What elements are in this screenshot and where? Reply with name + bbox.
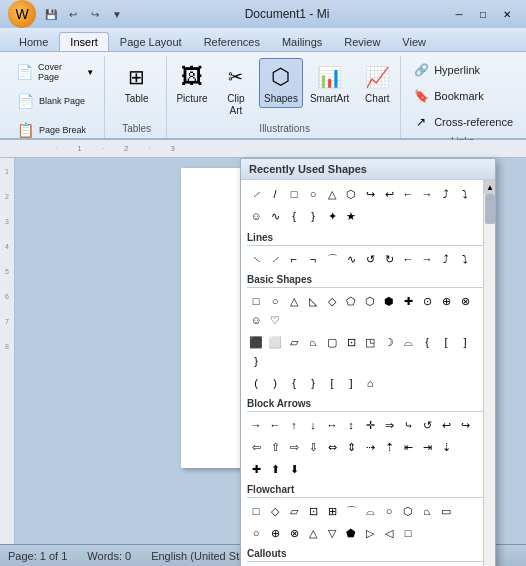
bs-brace3[interactable]: } <box>304 374 322 392</box>
close-button[interactable]: ✕ <box>496 5 518 23</box>
ba2-4[interactable]: ⇩ <box>304 438 322 456</box>
minimize-button[interactable]: ─ <box>448 5 470 23</box>
bs-bracket-r[interactable]: ] <box>456 333 474 351</box>
bs-cyl[interactable]: ⬜ <box>266 333 284 351</box>
ba-ud[interactable]: ↕ <box>342 416 360 434</box>
fc-multi-doc[interactable]: ⌓ <box>361 502 379 520</box>
line-curve1[interactable]: ↺ <box>361 250 379 268</box>
bs-donut[interactable]: ⊕ <box>437 292 455 310</box>
shape-arrow-l[interactable]: ↩ <box>380 185 398 203</box>
line-diag[interactable]: ⟋ <box>266 250 284 268</box>
bs-circle[interactable]: ⊙ <box>418 292 436 310</box>
bs-brace2[interactable]: { <box>285 374 303 392</box>
bs-folded[interactable]: ◳ <box>361 333 379 351</box>
bs-block-arc[interactable]: ⌓ <box>399 333 417 351</box>
tab-mailings[interactable]: Mailings <box>271 32 333 51</box>
line-straight[interactable]: ⟍ <box>247 250 265 268</box>
ba-lr[interactable]: ↔ <box>323 416 341 434</box>
fc-process[interactable]: □ <box>247 502 265 520</box>
scroll-thumb[interactable] <box>485 194 495 224</box>
fc2-9[interactable]: □ <box>399 524 417 542</box>
shape-rect[interactable]: □ <box>285 185 303 203</box>
line-arrow3[interactable]: ⤴ <box>437 250 455 268</box>
line-arrow1[interactable]: ← <box>399 250 417 268</box>
fc-data[interactable]: ▱ <box>285 502 303 520</box>
bs-pent[interactable]: ⬠ <box>342 292 360 310</box>
bs-smiley[interactable]: ☺ <box>247 311 265 329</box>
shape-arrow-right[interactable]: → <box>418 185 436 203</box>
ba2-9[interactable]: ⇤ <box>399 438 417 456</box>
shape-triangle[interactable]: △ <box>323 185 341 203</box>
shape-wave[interactable]: ∿ <box>266 207 284 225</box>
bs-oct[interactable]: ⬢ <box>380 292 398 310</box>
shape-curve-up[interactable]: ⤴ <box>437 185 455 203</box>
blank-page-button[interactable]: 📄 Blank Page <box>10 87 98 115</box>
shape-star4[interactable]: ✦ <box>323 207 341 225</box>
redo-button[interactable]: ↪ <box>86 5 104 23</box>
cross-reference-button[interactable]: ↗ Cross-reference <box>407 110 518 134</box>
smartart-button[interactable]: 📊 SmartArt <box>305 58 354 108</box>
ba2-7[interactable]: ⇢ <box>361 438 379 456</box>
ba-right[interactable]: → <box>247 416 265 434</box>
fc2-7[interactable]: ▷ <box>361 524 379 542</box>
fc2-8[interactable]: ◁ <box>380 524 398 542</box>
line-arrow2[interactable]: → <box>418 250 436 268</box>
ba2-3[interactable]: ⇨ <box>285 438 303 456</box>
ba-curved[interactable]: ↺ <box>418 416 436 434</box>
bs-rtri[interactable]: ◺ <box>304 292 322 310</box>
maximize-button[interactable]: □ <box>472 5 494 23</box>
fc-manual[interactable]: ⏢ <box>418 502 436 520</box>
bs-oval[interactable]: ○ <box>266 292 284 310</box>
ba-up[interactable]: ↑ <box>285 416 303 434</box>
fc2-1[interactable]: ○ <box>247 524 265 542</box>
shapes-button[interactable]: ⬡ Shapes <box>259 58 303 108</box>
shape-curve-down[interactable]: ⤵ <box>456 185 474 203</box>
bs-tri[interactable]: △ <box>285 292 303 310</box>
tab-insert[interactable]: Insert <box>59 32 109 51</box>
fc2-5[interactable]: ▽ <box>323 524 341 542</box>
ba-pent-arrow[interactable]: ⇒ <box>380 416 398 434</box>
shape-line[interactable]: / <box>266 185 284 203</box>
ba2-11[interactable]: ⇣ <box>437 438 455 456</box>
line-step2[interactable]: ¬ <box>304 250 322 268</box>
customize-button[interactable]: ▼ <box>108 5 126 23</box>
bs-paren2[interactable]: ) <box>266 374 284 392</box>
ba2-1[interactable]: ⇦ <box>247 438 265 456</box>
shape-brace-l[interactable]: { <box>285 207 303 225</box>
tab-review[interactable]: Review <box>333 32 391 51</box>
tab-references[interactable]: References <box>193 32 271 51</box>
fc2-3[interactable]: ⊗ <box>285 524 303 542</box>
save-button[interactable]: 💾 <box>42 5 60 23</box>
chart-button[interactable]: 📈 Chart <box>356 58 398 108</box>
bs-frame[interactable]: ⊡ <box>342 333 360 351</box>
bs-trap[interactable]: ⏢ <box>304 333 322 351</box>
clip-art-button[interactable]: ✂ ClipArt <box>215 58 257 120</box>
shape-hex[interactable]: ⬡ <box>342 185 360 203</box>
bs-rect[interactable]: □ <box>247 292 265 310</box>
tab-page-layout[interactable]: Page Layout <box>109 32 193 51</box>
ba2-2[interactable]: ⇧ <box>266 438 284 456</box>
shape-star5[interactable]: ★ <box>342 207 360 225</box>
fc2-2[interactable]: ⊕ <box>266 524 284 542</box>
line-step3[interactable]: ⌒ <box>323 250 341 268</box>
bs-noentry[interactable]: ⊗ <box>456 292 474 310</box>
bs-crescent[interactable]: ☽ <box>380 333 398 351</box>
fc-term[interactable]: ○ <box>380 502 398 520</box>
fc-manual-input[interactable]: ▭ <box>437 502 455 520</box>
bs-cross[interactable]: ✚ <box>399 292 417 310</box>
bs-round-rect[interactable]: ▢ <box>323 333 341 351</box>
fc2-4[interactable]: △ <box>304 524 322 542</box>
ba2-6[interactable]: ⇕ <box>342 438 360 456</box>
fc-doc[interactable]: ⌒ <box>342 502 360 520</box>
table-button[interactable]: ⊞ Table <box>116 58 158 108</box>
line-arrow4[interactable]: ⤵ <box>456 250 474 268</box>
tab-view[interactable]: View <box>391 32 437 51</box>
shapes-scrollbar[interactable]: ▲ ▼ <box>483 180 495 566</box>
bs-bracket2[interactable]: [ <box>323 374 341 392</box>
shape-oval[interactable]: ○ <box>304 185 322 203</box>
ba-notch[interactable]: ⤷ <box>399 416 417 434</box>
picture-button[interactable]: 🖼 Picture <box>171 58 213 108</box>
bs-hex[interactable]: ⬡ <box>361 292 379 310</box>
ba2-5[interactable]: ⇔ <box>323 438 341 456</box>
ba3-2[interactable]: ⬆ <box>266 460 284 478</box>
